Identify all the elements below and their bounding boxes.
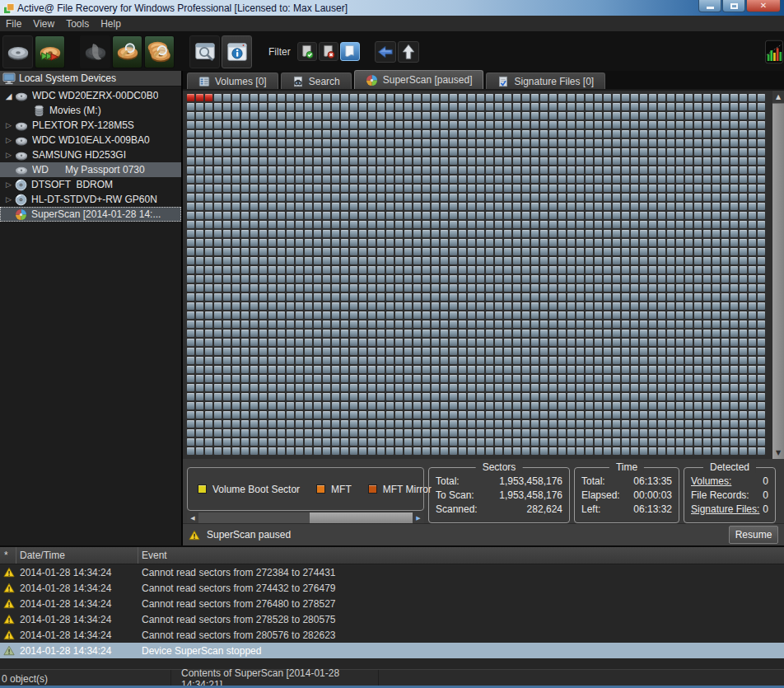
event-column-event[interactable]: Event [138,547,784,564]
up-level-button[interactable] [398,41,419,63]
sector-cell [721,330,729,337]
sector-cell [504,339,511,346]
tree-item-6[interactable]: ▷DTSOFT BDROM [0,177,181,192]
event-column-icon[interactable]: * [0,547,16,564]
sector-cell [576,330,584,337]
tree-item-1[interactable]: Movies (M:) [0,103,181,118]
menu-tools[interactable]: Tools [60,16,95,31]
event-row-3[interactable]: 2014-01-28 14:34:24Cannot read sectors f… [0,611,784,627]
menu-file[interactable]: File [0,16,27,31]
scroll-right-button[interactable]: ▶ [413,512,424,523]
close-button[interactable]: ✕ [746,0,781,12]
sector-cell [567,375,575,382]
filter-all-files-button[interactable] [340,42,360,61]
back-button[interactable] [375,41,396,63]
scroll-left-button[interactable]: ◀ [187,512,198,523]
horizontal-scrollbar[interactable]: ◀ ▶ [187,512,424,523]
vertical-scrollbar[interactable]: ▲ ▼ [772,91,784,459]
scroll-up-button[interactable]: ▲ [772,91,784,103]
sector-cell [749,393,756,400]
resume-button[interactable]: Resume [729,526,778,544]
tree-collapsed-arrow-icon[interactable]: ▷ [2,121,15,129]
sector-cell [567,293,575,301]
sector-cell [259,203,267,210]
hscroll-thumb[interactable] [310,512,413,523]
event-row-5[interactable]: 2014-01-28 14:34:24Device SuperScan stop… [0,643,784,658]
sector-cell [305,411,312,419]
filter-label: Filter [268,46,291,58]
sector-cell [395,221,403,228]
scroll-down-button[interactable]: ▼ [772,447,784,459]
sector-cell [595,366,602,373]
tab-volumes-0[interactable]: Volumes [0] [187,73,278,89]
performance-monitor-button[interactable] [764,38,784,66]
stat-link[interactable]: Signature Files: [691,503,759,515]
scan-volume-button[interactable] [112,35,142,68]
sector-cell [712,330,720,337]
event-column-date-time[interactable]: Date/Time [16,547,138,564]
sector-cell [495,321,502,328]
event-row-0[interactable]: 2014-01-28 14:34:24Cannot read sectors f… [0,564,784,580]
sector-cell [685,94,693,101]
tree-collapsed-arrow-icon[interactable]: ▷ [2,151,15,159]
preview-button[interactable] [189,35,220,68]
sector-cell [703,166,711,174]
filter-deleted-files-button[interactable] [319,42,338,61]
sector-cell [604,275,611,283]
tab-signature-files-0[interactable]: Signature Files [0] [486,73,605,89]
tree-collapsed-arrow-icon[interactable]: ▷ [2,195,15,204]
event-row-1[interactable]: 2014-01-28 14:34:24Cannot read sectors f… [0,580,784,596]
tree-item-7[interactable]: ▷HL-DT-STDVD+-RW GP60N [0,192,181,207]
sector-cell [296,366,303,373]
sector-cell [187,311,194,319]
tree-collapsed-arrow-icon[interactable]: ▷ [2,180,15,189]
sector-cell [459,284,466,292]
sector-cell [232,121,240,129]
tree-item-4[interactable]: ▷SAMSUNG HD253GI [0,147,181,162]
sector-cell [395,420,403,428]
sector-cell [649,275,656,283]
sector-cell [740,185,747,192]
sector-cell [422,230,430,237]
open-device-button[interactable] [2,35,33,68]
maximize-button[interactable] [722,0,745,12]
unerase-button[interactable] [80,35,110,68]
sector-cell [658,112,665,119]
sector-cell [649,121,656,129]
tab-superscan-paused[interactable]: SuperScan [paused] [354,70,484,89]
hscroll-track[interactable] [198,512,413,523]
sector-cell [685,103,693,110]
event-row-4[interactable]: 2014-01-28 14:34:24Cannot read sectors f… [0,627,784,643]
sector-map[interactable] [183,91,772,459]
start-superscan-button[interactable] [35,35,65,68]
sector-cell [196,302,203,310]
sector-cell [432,393,439,400]
tree-expanded-arrow-icon[interactable]: ◢ [2,91,15,101]
menu-help[interactable]: Help [95,16,127,31]
filter-ok-files-button[interactable] [297,42,317,61]
sector-cell [241,357,249,364]
menu-view[interactable]: View [27,16,60,31]
sector-cell [758,375,765,382]
scan-all-devices-button[interactable] [144,35,175,68]
stat-link[interactable]: Volumes: [691,475,731,487]
tab-search[interactable]: Search [281,73,352,89]
scrollbar-thumb[interactable] [772,103,784,447]
tree-collapsed-arrow-icon[interactable]: ▷ [2,136,15,144]
sector-cell [268,321,276,328]
tree-item-2[interactable]: ▷PLEXTOR PX-128M5S [0,118,181,133]
sector-cell [712,166,720,174]
tree-item-8[interactable]: SuperScan [2014-01-28 14:... [0,207,181,222]
sector-cell [422,194,430,201]
tree-item-3[interactable]: ▷WDC WD10EALX-009BA0 [0,133,181,147]
file-info-button[interactable] [222,35,252,68]
minimize-button[interactable] [698,0,721,12]
sector-cell [196,366,203,373]
sector-cell [368,429,376,437]
tree-item-5[interactable]: WD My Passport 0730 [0,162,181,177]
sector-cell [703,185,711,192]
sector-cell [287,366,294,373]
sector-cell [214,221,222,228]
tree-item-0[interactable]: ◢WDC WD20EZRX-00DC0B0 [0,88,181,103]
event-row-2[interactable]: 2014-01-28 14:34:24Cannot read sectors f… [0,596,784,611]
